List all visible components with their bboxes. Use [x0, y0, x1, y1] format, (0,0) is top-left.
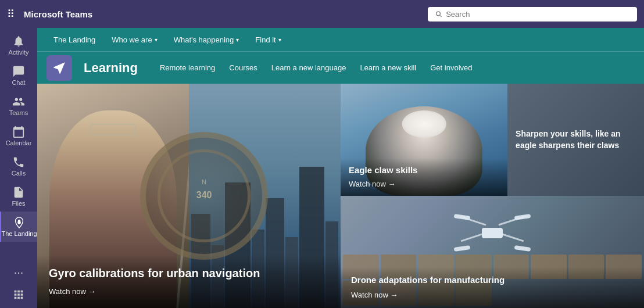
sidebar-item-calendar[interactable]: Calendar [0, 121, 37, 151]
learning-nav-remote[interactable]: Remote learning [154, 60, 221, 76]
nav-bar: The Landing Who we are ▾ What's happenin… [37, 28, 644, 51]
chevron-down-icon: ▾ [236, 37, 239, 43]
nav-item-whats-happening[interactable]: What's happening ▾ [167, 32, 246, 48]
learning-nav-skill[interactable]: Learn a new skill [354, 60, 422, 76]
learning-title: Learning [84, 60, 138, 76]
chevron-down-icon: ▾ [155, 37, 158, 43]
learning-logo [46, 55, 72, 81]
nav-item-find-it[interactable]: Find it ▾ [248, 32, 288, 48]
sidebar-item-activity[interactable]: Activity [0, 30, 37, 60]
learning-nav-courses[interactable]: Courses [223, 60, 263, 76]
sidebar-apps[interactable] [0, 284, 37, 306]
sidebar-item-label: Files [12, 200, 25, 207]
card-eagle-title: Eagle claw skills [349, 165, 499, 175]
sidebar-item-label: Calls [12, 170, 26, 177]
card-drone-title: Drone adaptations for manufacturing [351, 275, 634, 285]
sidebar-item-the-landing[interactable]: The Landing [0, 212, 37, 242]
sidebar: Activity Chat Teams Calendar Calls Files [0, 28, 37, 308]
sidebar-item-files[interactable]: Files [0, 181, 37, 212]
eagle-quote: Sharpen your skills, like an eagle sharp… [516, 128, 636, 151]
sidebar-item-calls[interactable]: Calls [0, 151, 37, 181]
learning-nav-language[interactable]: Learn a new language [266, 60, 352, 76]
content-area: The Landing Who we are ▾ What's happenin… [37, 28, 644, 308]
search-icon [435, 10, 442, 18]
sidebar-item-label: Calendar [6, 139, 32, 146]
card-gyro[interactable]: 340 N Gyro calibrations for urban naviga… [37, 84, 341, 308]
card-eagle[interactable]: Sharpen your skills, like an eagle sharp… [341, 84, 644, 196]
card-drone-watch-now[interactable]: Watch now → [351, 291, 398, 299]
card-eagle-watch-now[interactable]: Watch now → [349, 180, 395, 188]
search-bar[interactable] [428, 7, 637, 22]
sidebar-item-teams[interactable]: Teams [0, 91, 37, 121]
nav-item-who-we-are[interactable]: Who we are ▾ [105, 32, 164, 48]
card-gyro-label: Gyro calibrations for urban navigation W… [37, 255, 341, 308]
app-title: Microsoft Teams [24, 9, 92, 19]
sidebar-item-label: Activity [9, 49, 29, 56]
sidebar-item-label: Chat [12, 79, 25, 86]
sidebar-item-label: Teams [9, 109, 28, 116]
learning-nav-involved[interactable]: Get involved [424, 60, 478, 76]
grid-icon[interactable]: ⠿ [7, 8, 15, 20]
sidebar-item-chat[interactable]: Chat [0, 60, 37, 91]
card-drone[interactable]: Drone adaptations for manufacturing Watc… [341, 196, 644, 308]
sidebar-item-label: The Landing [1, 230, 37, 237]
chevron-down-icon: ▾ [278, 37, 281, 43]
card-gyro-watch-now[interactable]: Watch now → [49, 287, 95, 296]
search-input[interactable] [446, 10, 630, 19]
nav-item-the-landing[interactable]: The Landing [46, 32, 102, 48]
card-gyro-title: Gyro calibrations for urban navigation [49, 266, 329, 280]
learning-nav: Remote learning Courses Learn a new lang… [154, 60, 478, 76]
top-bar: ⠿ Microsoft Teams [0, 0, 644, 28]
main-layout: Activity Chat Teams Calendar Calls Files [0, 28, 644, 308]
learning-bar: Learning Remote learning Courses Learn a… [37, 51, 644, 84]
sidebar-more[interactable]: ··· [14, 261, 24, 284]
content-grid: 340 N Gyro calibrations for urban naviga… [37, 84, 644, 308]
svg-point-1 [18, 220, 21, 223]
